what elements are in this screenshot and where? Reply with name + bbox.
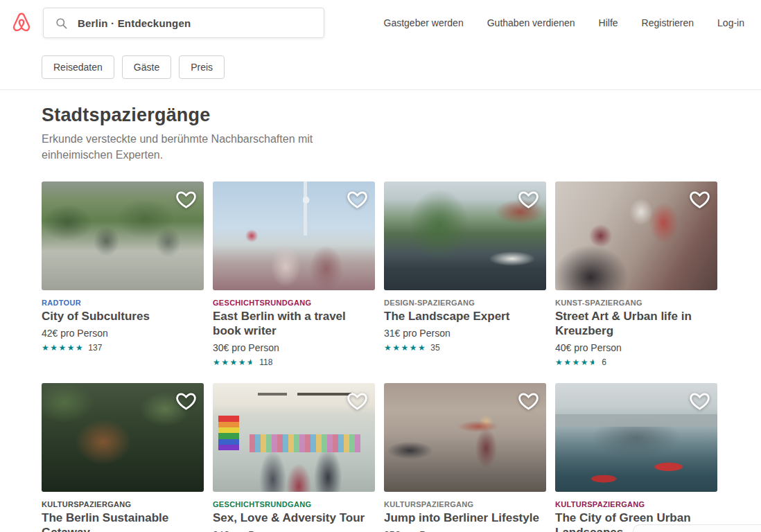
wishlist-heart-icon[interactable]: [175, 188, 198, 211]
experience-title: The Landscape Expert: [384, 310, 546, 324]
experience-card[interactable]: KULTURSPAZIERGANG The Berlin Sustainable…: [42, 383, 204, 532]
price-label: 35€ pro Person: [384, 529, 546, 532]
experience-photo: [42, 181, 204, 290]
review-count: 6: [602, 357, 606, 367]
top-header: Berlin · Entdeckungen Gastgeber werden G…: [0, 0, 761, 46]
experience-photo: [384, 181, 546, 290]
nav-help[interactable]: Hilfe: [599, 17, 618, 28]
price-label: 24€ pro Person: [213, 529, 375, 532]
experience-card[interactable]: KUNST-SPAZIERGANG Street Art & Urban lif…: [555, 181, 717, 367]
experience-photo: [42, 383, 204, 492]
category-label: KUNST-SPAZIERGANG: [555, 299, 717, 307]
experience-grid: RADTOUR City of Subcultures 42€ pro Pers…: [0, 163, 761, 532]
rating-row: ★★★★★ 137: [42, 342, 204, 353]
airbnb-logo-icon[interactable]: [8, 10, 35, 36]
category-label: DESIGN-SPAZIERGANG: [384, 299, 546, 307]
experience-card[interactable]: KULTURSPAZIERGANG The City of Green Urba…: [555, 383, 717, 532]
star-rating-icon: ★★★★★★: [213, 358, 255, 366]
filter-dates-button[interactable]: Reisedaten: [42, 55, 114, 79]
experience-photo: [555, 181, 717, 290]
star-rating-icon: ★★★★★: [42, 344, 84, 352]
experience-card[interactable]: GESCHICHTSRUNDGANG Sex, Love & Adversity…: [213, 383, 375, 532]
category-label: GESCHICHTSRUNDGANG: [213, 299, 375, 307]
experience-card[interactable]: GESCHICHTSRUNDGANG East Berlin with a tr…: [213, 181, 375, 367]
wishlist-heart-icon[interactable]: [175, 389, 198, 412]
page-title: Stadtspaziergänge: [42, 105, 719, 126]
price-label: 42€ pro Person: [42, 328, 204, 339]
filter-guests-button[interactable]: Gäste: [122, 55, 171, 79]
star-rating-icon: ★★★★★★: [555, 358, 597, 366]
experience-title: Sex, Love & Adversity Tour: [213, 511, 375, 526]
filter-bar: Reisedaten Gäste Preis: [0, 46, 761, 90]
category-label: KULTURSPAZIERGANG: [384, 500, 546, 508]
category-label: GESCHICHTSRUNDGANG: [213, 500, 375, 508]
search-query: Berlin · Entdeckungen: [78, 17, 191, 29]
experience-title: Jump into Berliner Lifestyle: [384, 511, 546, 526]
nav-register[interactable]: Registrieren: [642, 17, 694, 28]
review-count: 35: [430, 343, 439, 353]
experience-card[interactable]: DESIGN-SPAZIERGANG The Landscape Expert …: [384, 181, 546, 353]
search-input[interactable]: Berlin · Entdeckungen: [43, 8, 324, 38]
nav-login[interactable]: Log-in: [717, 17, 744, 28]
nav-earn-credit[interactable]: Guthaben verdienen: [487, 17, 575, 28]
header-nav: Gastgeber werden Guthaben verdienen Hilf…: [384, 17, 744, 28]
nav-become-host[interactable]: Gastgeber werden: [384, 17, 464, 28]
search-icon: [55, 17, 68, 30]
rating-row: ★★★★★★ 118: [213, 357, 375, 367]
rating-row: ★★★★★ 35: [384, 342, 546, 353]
horizontal-scrollbar[interactable]: [633, 524, 761, 532]
price-label: 40€ pro Person: [555, 342, 717, 353]
star-rating-icon: ★★★★★: [384, 344, 426, 352]
category-label: KULTURSPAZIERGANG: [555, 500, 717, 508]
experience-photo: [213, 383, 375, 492]
wishlist-heart-icon[interactable]: [517, 389, 540, 412]
experience-title: The Berlin Sustainable Getaway: [42, 511, 204, 532]
page-subtitle: Erkunde versteckte und berühmte Nachbars…: [42, 131, 366, 163]
section-head: Stadtspaziergänge Erkunde versteckte und…: [0, 90, 761, 163]
experience-card[interactable]: KULTURSPAZIERGANG Jump into Berliner Lif…: [384, 383, 546, 532]
price-label: 30€ pro Person: [213, 342, 375, 353]
wishlist-heart-icon[interactable]: [688, 389, 711, 412]
wishlist-heart-icon[interactable]: [688, 188, 711, 211]
wishlist-heart-icon[interactable]: [517, 188, 540, 211]
experience-photo: [555, 383, 717, 492]
rating-row: ★★★★★★ 6: [555, 357, 717, 367]
experience-card[interactable]: RADTOUR City of Subcultures 42€ pro Pers…: [42, 181, 204, 353]
category-label: RADTOUR: [42, 299, 204, 307]
experience-title: City of Subcultures: [42, 310, 204, 324]
wishlist-heart-icon[interactable]: [346, 389, 369, 412]
experience-title: East Berlin with a travel book writer: [213, 310, 375, 339]
experience-title: Street Art & Urban life in Kreuzberg: [555, 310, 717, 339]
experience-photo: [213, 181, 375, 290]
price-label: 31€ pro Person: [384, 328, 546, 339]
filter-price-button[interactable]: Preis: [179, 55, 225, 79]
wishlist-heart-icon[interactable]: [346, 188, 369, 211]
experience-photo: [384, 383, 546, 492]
review-count: 118: [259, 357, 272, 367]
category-label: KULTURSPAZIERGANG: [42, 500, 204, 508]
review-count: 137: [88, 343, 102, 353]
